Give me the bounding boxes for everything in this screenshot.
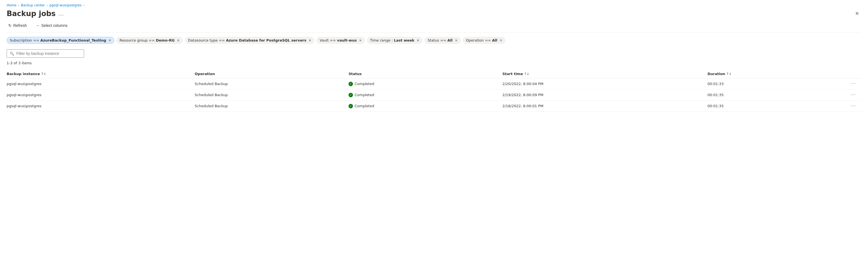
col-header-status: Status <box>348 69 502 78</box>
sort-icon-duration[interactable]: ↑↓ <box>726 72 731 76</box>
breadcrumb-backup-center[interactable]: Backup center <box>21 3 45 7</box>
items-count: 1-3 of 3 items <box>7 61 861 65</box>
filter-value-1: Demo-RG <box>156 38 175 42</box>
page-header: Backup jobs ... ✕ <box>7 9 861 18</box>
row-more-button-2[interactable]: ··· <box>849 103 858 109</box>
filter-value-2: Azure Database for PostgreSQL servers <box>226 38 306 42</box>
filter-key-1: Resource group == <box>120 38 155 42</box>
columns-icon: → <box>36 23 39 28</box>
col-header-actions <box>827 69 861 78</box>
filter-key-4: Time range : <box>370 38 393 42</box>
col-header-instance: Backup instance ↑↓ <box>7 69 195 78</box>
cell-actions-2: ··· <box>827 101 861 112</box>
col-header-starttime: Start time ↑↓ <box>502 69 708 78</box>
breadcrumb-sep-2: › <box>46 4 48 7</box>
filter-tag-2[interactable]: Datasource type == Azure Database for Po… <box>185 37 314 44</box>
cell-starttime-2: 2/18/2022, 8:00:01 PM <box>502 101 708 112</box>
row-more-button-0[interactable]: ··· <box>849 81 858 87</box>
cell-instance-2: pgsql-wus\postgres <box>7 101 195 112</box>
cell-actions-0: ··· <box>827 78 861 89</box>
status-completed-icon-2: ✓ <box>348 104 353 108</box>
filter-tag-4[interactable]: Time range : Last week ✕ <box>367 37 423 44</box>
close-button[interactable]: ✕ <box>853 10 861 17</box>
cell-starttime-1: 2/19/2022, 8:00:09 PM <box>502 89 708 101</box>
cell-duration-0: 00:01:33 <box>708 78 827 89</box>
filter-value-0: AzureBackup_Functional_Testing <box>40 38 106 42</box>
filter-tag-3[interactable]: Vault == vault-wus ✕ <box>316 37 365 44</box>
table-header-row: Backup instance ↑↓ Operation Status Star… <box>7 69 861 78</box>
cell-instance-1: pgsql-wus\postgres <box>7 89 195 101</box>
table-row[interactable]: pgsql-wus\postgres Scheduled Backup ✓ Co… <box>7 78 861 89</box>
cell-duration-1: 00:01:35 <box>708 89 827 101</box>
filter-key-2: Datasource type == <box>188 38 225 42</box>
breadcrumb-sep-1: › <box>18 4 19 7</box>
filter-tag-6[interactable]: Operation == All ✕ <box>463 37 505 44</box>
status-label-0: Completed <box>354 82 374 86</box>
filter-value-4: Last week <box>394 38 414 42</box>
table-row[interactable]: pgsql-wus\postgres Scheduled Backup ✓ Co… <box>7 101 861 112</box>
col-header-duration: Duration ↑↓ <box>708 69 827 78</box>
filter-close-0[interactable]: ✕ <box>108 38 111 42</box>
filter-key-0: Subscription == <box>10 38 39 42</box>
filter-close-5[interactable]: ✕ <box>455 38 458 42</box>
filter-tag-5[interactable]: Status == All ✕ <box>425 37 461 44</box>
sort-icon-instance[interactable]: ↑↓ <box>41 72 46 76</box>
cell-instance-0: pgsql-wus\postgres <box>7 78 195 89</box>
sort-icon-starttime[interactable]: ↑↓ <box>524 72 529 76</box>
cell-operation-1: Scheduled Backup <box>195 89 348 101</box>
breadcrumb-sep-3: › <box>83 4 84 7</box>
backup-jobs-table: Backup instance ↑↓ Operation Status Star… <box>7 69 861 112</box>
refresh-button[interactable]: ↻ Refresh <box>7 22 29 29</box>
toolbar: ↻ Refresh → Select columns <box>7 22 861 32</box>
search-box[interactable]: 🔍 <box>7 49 84 58</box>
status-completed-icon-1: ✓ <box>348 93 353 97</box>
breadcrumb-instance[interactable]: pgsql-wus\postgres <box>50 3 82 7</box>
select-columns-button[interactable]: → Select columns <box>34 22 69 29</box>
status-completed-icon-0: ✓ <box>348 82 353 86</box>
filter-value-3: vault-wus <box>337 38 357 42</box>
filters-row: Subscription == AzureBackup_Functional_T… <box>7 37 861 44</box>
cell-status-2: ✓ Completed <box>348 101 502 112</box>
breadcrumb-home[interactable]: Home <box>7 3 16 7</box>
filter-close-6[interactable]: ✕ <box>500 38 502 42</box>
filter-key-5: Status == <box>428 38 446 42</box>
search-icon: 🔍 <box>10 52 14 56</box>
filter-key-6: Operation == <box>466 38 491 42</box>
filter-close-4[interactable]: ✕ <box>416 38 419 42</box>
filter-tag-0[interactable]: Subscription == AzureBackup_Functional_T… <box>7 37 114 44</box>
cell-actions-1: ··· <box>827 89 861 101</box>
refresh-icon: ↻ <box>8 23 11 28</box>
refresh-label: Refresh <box>13 23 27 28</box>
select-columns-label: Select columns <box>41 23 67 28</box>
breadcrumb: Home › Backup center › pgsql-wus\postgre… <box>7 3 861 7</box>
filter-close-3[interactable]: ✕ <box>359 38 362 42</box>
cell-starttime-0: 2/20/2022, 8:00:04 PM <box>502 78 708 89</box>
filter-key-3: Vault == <box>319 38 336 42</box>
search-input[interactable] <box>16 51 81 56</box>
page-more-button[interactable]: ... <box>58 11 64 17</box>
table-row[interactable]: pgsql-wus\postgres Scheduled Backup ✓ Co… <box>7 89 861 101</box>
status-label-1: Completed <box>354 93 374 97</box>
cell-status-1: ✓ Completed <box>348 89 502 101</box>
cell-status-0: ✓ Completed <box>348 78 502 89</box>
filter-close-2[interactable]: ✕ <box>308 38 311 42</box>
status-label-2: Completed <box>354 104 374 108</box>
filter-tag-1[interactable]: Resource group == Demo-RG ✕ <box>117 37 183 44</box>
filter-value-6: All <box>492 38 497 42</box>
cell-operation-2: Scheduled Backup <box>195 101 348 112</box>
col-header-operation: Operation <box>195 69 348 78</box>
row-more-button-1[interactable]: ··· <box>849 92 858 98</box>
filter-close-1[interactable]: ✕ <box>177 38 180 42</box>
filter-value-5: All <box>447 38 453 42</box>
page-title: Backup jobs <box>7 9 56 18</box>
cell-duration-2: 00:01:35 <box>708 101 827 112</box>
cell-operation-0: Scheduled Backup <box>195 78 348 89</box>
